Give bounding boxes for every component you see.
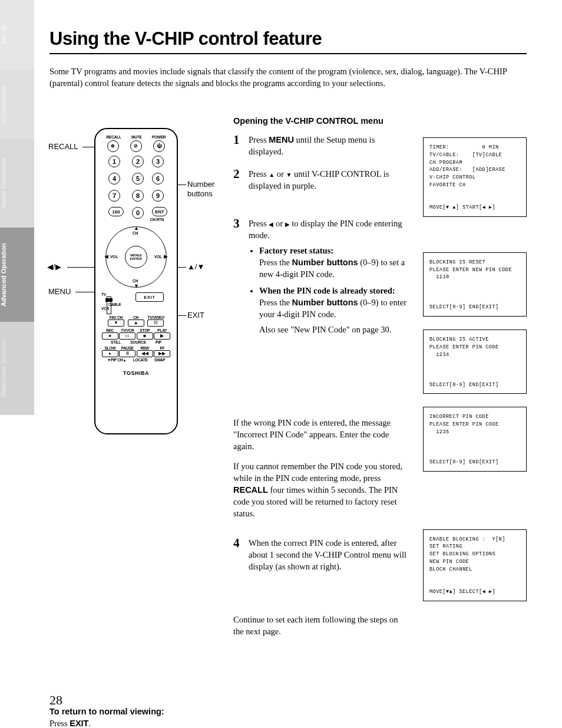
instructions-column: Opening the V-CHIP CONTROL menu 1 Press … bbox=[233, 116, 410, 728]
bullet2-d: Also see "New PIN Code" on page 30. bbox=[259, 324, 410, 335]
osd-incorrect-pin: INCORRECT PIN CODE PLEASE ENTER PIN CODE… bbox=[423, 407, 527, 471]
btn-tvvcr: ▭ bbox=[119, 332, 135, 340]
return-note: To return to normal viewing: Press EXIT. bbox=[49, 706, 220, 728]
lbl-tvvcr: TV/VCR bbox=[119, 328, 135, 332]
step3-bullet-1: Factory reset status: Press the Number b… bbox=[259, 245, 410, 280]
btn-play: ▶ bbox=[154, 332, 170, 340]
return-note-a: Press bbox=[49, 719, 70, 728]
dpad-vol-l: VOL bbox=[110, 255, 118, 259]
lbl-stop: STOP bbox=[137, 328, 153, 332]
callout-recall: RECALL bbox=[48, 142, 78, 151]
bullet1-a: Press the bbox=[259, 258, 292, 267]
number-pad: 1 2 3 4 5 6 7 8 9 100 0 ENT bbox=[95, 152, 177, 220]
lbl-ff: FF bbox=[154, 346, 170, 350]
step-1: 1 Press MENU until the Setup menu is dis… bbox=[233, 134, 410, 157]
return-note-exit: EXIT bbox=[70, 719, 88, 728]
btn-stop: ■ bbox=[137, 332, 153, 340]
tab-preparation: Preparation bbox=[0, 70, 34, 139]
osd-setup-menu: TIMER: 0 MIN TV/CABLE: [TV]CABLE CH PROG… bbox=[423, 137, 527, 217]
wrong-pin-para-2: If you cannot remember the PIN code you … bbox=[233, 460, 410, 519]
tab-advanced: Advanced Operation bbox=[0, 228, 34, 322]
btn-tvvideo: ⊟ bbox=[147, 319, 164, 327]
lbl-swap: SWAP bbox=[154, 358, 165, 362]
triangle-right-icon bbox=[285, 219, 290, 228]
lbl-pause: PAUSE bbox=[119, 346, 135, 350]
tab-setup: Set up bbox=[0, 0, 34, 70]
step1-b: MENU bbox=[269, 135, 294, 144]
dpad-ch-up: CH bbox=[133, 231, 138, 235]
step1-a: Press bbox=[249, 135, 269, 144]
exit-button: EXIT bbox=[135, 292, 164, 302]
lbl-pip: PIP bbox=[156, 340, 161, 344]
lbl-still: STILL bbox=[111, 340, 121, 344]
remote-diagram: RECALL MUTE POWER ⊕ ⊘ ⏻ 1 2 3 bbox=[94, 128, 178, 434]
osd-blocking-reset: BLOCKING IS RESET PLEASE ENTER NEW PIN C… bbox=[423, 252, 527, 317]
num-100: 100 bbox=[108, 207, 124, 216]
label-recall: RECALL bbox=[107, 135, 121, 139]
osd-vchip-menu: ENABLE BLOCKING : Y[N] SET RATING SET BL… bbox=[423, 529, 527, 601]
wrongpin-b1: If you cannot remember the PIN code you … bbox=[233, 462, 402, 483]
step4-text: When the correct PIN code is entered, af… bbox=[249, 538, 406, 571]
btn-rec: ● bbox=[102, 332, 118, 340]
tv-cable-vcr-switch: TV CABLE VCR bbox=[101, 292, 117, 311]
lbl-row-ch: CH bbox=[128, 315, 144, 319]
lbl-slow: SLOW bbox=[102, 346, 118, 350]
num-7: 7 bbox=[108, 190, 120, 202]
osd-column: TIMER: 0 MIN TV/CABLE: [TV]CABLE CH PROG… bbox=[423, 116, 529, 728]
num-8: 8 bbox=[132, 190, 144, 202]
lbl-source: SOURCE bbox=[130, 340, 146, 344]
callout-number-buttons: Number buttons bbox=[187, 180, 223, 198]
lbl-pipch: ▼PIP CH▲ bbox=[107, 358, 127, 362]
step3-a: Press bbox=[249, 219, 269, 228]
btn-rew: ◀◀ bbox=[137, 350, 153, 357]
callout-menu: MENU bbox=[48, 287, 71, 296]
lbl-favch: FAV CH bbox=[108, 315, 124, 319]
triangle-up-icon bbox=[269, 169, 275, 179]
menu-enter-button: MENU/ ENTER bbox=[125, 246, 147, 268]
lbl-locate: LOCATE bbox=[133, 358, 148, 362]
label-mute: MUTE bbox=[131, 135, 142, 139]
callout-up-down: ▲/▼ bbox=[187, 262, 204, 271]
callout-line bbox=[67, 267, 97, 268]
btn-favch: ▼ bbox=[108, 319, 124, 327]
subheading: Opening the V-CHIP CONTROL menu bbox=[233, 116, 410, 126]
callout-exit: EXIT bbox=[187, 311, 204, 319]
btn-ff: ▶▶ bbox=[154, 350, 170, 357]
side-tab-strip: Set up Preparation Basic Operation Advan… bbox=[0, 0, 34, 415]
remote-column: RECALL Number buttons ◀/▶ ▲/▼ MENU EXIT … bbox=[49, 116, 220, 728]
wrongpin-b2: RECALL bbox=[233, 485, 268, 495]
ent-button: ENT bbox=[152, 207, 167, 216]
intro-text: Some TV programs and movies include sign… bbox=[49, 66, 527, 89]
return-note-c: . bbox=[88, 719, 91, 728]
triangle-down-icon bbox=[286, 169, 292, 179]
num-9: 9 bbox=[152, 190, 164, 202]
dpad: CH ▲ CH ▼ VOL ◀ VOL ▶ MENU/ ENTER bbox=[105, 226, 167, 288]
btn-slow: ▸ bbox=[102, 350, 118, 357]
switch-tv: TV bbox=[101, 292, 117, 297]
label-power: POWER bbox=[152, 135, 166, 139]
mute-button: ⊘ bbox=[130, 140, 142, 152]
step-4: 4 When the correct PIN code is entered, … bbox=[233, 537, 410, 572]
tab-reference: Reference Section bbox=[0, 322, 34, 415]
num-6: 6 bbox=[152, 173, 164, 185]
lbl-rec: REC bbox=[102, 328, 118, 332]
return-note-bold: To return to normal viewing: bbox=[49, 707, 164, 716]
btn-pause: ⏸ bbox=[119, 350, 135, 357]
step2-b: or bbox=[275, 169, 286, 179]
osd-blocking-active: BLOCKING IS ACTIVE PLEASE ENTER PIN CODE… bbox=[423, 330, 527, 394]
bullet1-title: Factory reset status: bbox=[259, 246, 333, 255]
num-1: 1 bbox=[108, 156, 120, 167]
step3-b: or bbox=[273, 219, 285, 228]
step3-bullet-2: When the PIN code is already stored: Pre… bbox=[259, 285, 410, 335]
bullet2-a: Press the bbox=[259, 298, 292, 307]
bullet1-b: Number buttons bbox=[292, 258, 358, 267]
recall-button: ⊕ bbox=[107, 140, 119, 152]
lbl-play: PLAY bbox=[154, 328, 170, 332]
num-0: 0 bbox=[132, 207, 144, 219]
bullet2-b: Number buttons bbox=[292, 298, 358, 307]
dpad-ch-dn: CH bbox=[133, 279, 138, 283]
power-button: ⏻ bbox=[153, 140, 165, 152]
callout-left-right: ◀/▶ bbox=[47, 262, 61, 271]
wrong-pin-para-1: If the wrong PIN code is entered, the me… bbox=[233, 417, 410, 452]
num-3: 3 bbox=[152, 156, 164, 167]
